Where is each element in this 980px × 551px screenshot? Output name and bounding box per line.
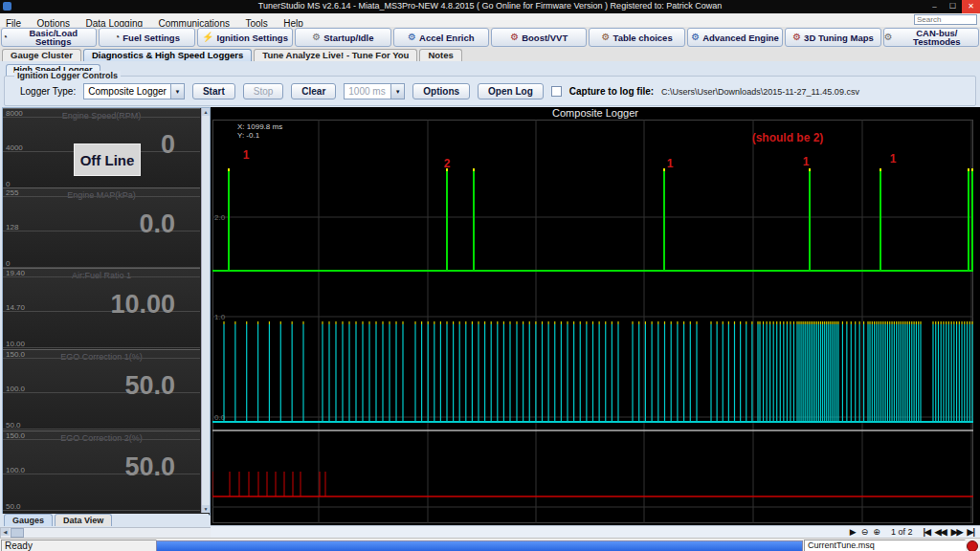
tab-gauge-cluster[interactable]: Gauge Cluster [2,49,81,61]
scrollbar-thumb[interactable] [11,528,24,538]
chevron-down-icon: ▼ [390,84,404,99]
logger-type-select[interactable]: Composite Logger ▼ [83,83,185,99]
gauge-value: 50.0 [124,371,175,401]
scroll-up-icon[interactable]: ▲ [202,108,210,116]
main-tabs: Gauge Cluster Diagnostics & High Speed L… [0,48,980,61]
svg-text:2: 2 [444,157,451,170]
tab-data-view[interactable]: Data View [55,514,112,526]
status-bar: Ready CurrentTune.msq [0,538,980,551]
page-indicator: 1 of 2 [891,527,913,537]
chart-plot-area[interactable]: 2.01.00.0121(should be 2)11X: 1099.8 msY… [212,120,973,523]
logger-controls-area: High Speed Logger Ignition Logger Contro… [0,61,980,107]
svg-text:1.0: 1.0 [214,313,226,321]
wrench-icon: ⚙ [792,33,801,42]
play-icon[interactable]: ▶ [850,527,857,537]
scroll-down-icon[interactable]: ▼ [202,505,210,513]
gauge-value: 0.0 [139,209,175,239]
stop-button: Stop [243,83,284,99]
maximize-button[interactable]: ☐ [944,0,962,13]
tab-diagnostics-high-speed-loggers[interactable]: Diagnostics & High Speed Loggers [83,49,252,61]
toolbar-button-accel-enrich[interactable]: ⚙ Accel Enrich [393,28,489,47]
tab-notes[interactable]: Notes [419,49,461,61]
tab-tune-analyze-live[interactable]: Tune Analyze Live! - Tune For You [254,49,417,61]
last-page-icon[interactable]: ▶| [968,527,974,537]
next-page-icon[interactable]: ▶▶ [951,527,963,537]
offline-badge: Off Line [74,143,141,176]
logger-type-label: Logger Type: [20,86,76,97]
toolbar-button-ignition-settings[interactable]: ⚡ Ignition Settings [197,28,293,47]
tab-gauges[interactable]: Gauges [4,514,53,526]
gauge-engine-speed: Engine Speed(RPM) 8000 4000 0 0 Off Line [3,108,200,188]
fuel-gauge-icon: ◔ [114,33,120,42]
capture-to-log-checkbox[interactable] [551,86,562,97]
svg-text:2.0: 2.0 [214,213,226,222]
spark-icon: ⚡ [202,33,213,42]
toolbar-button-basic-load-settings[interactable]: ◔ Basic/Load Settings [1,28,97,47]
options-button[interactable]: Options [412,83,470,99]
scroll-left-icon[interactable]: ◀ [1,528,10,536]
toolbar-button-boost-vvt[interactable]: ⚙ Boost/VVT [491,28,587,47]
toolbar-button-fuel-settings[interactable]: ◔ Fuel Settings [99,28,194,47]
zoom-out-icon[interactable]: ⊖ [861,527,869,537]
main-toolbar: ◔ Basic/Load Settings ◔ Fuel Settings ⚡ … [0,27,980,48]
chart-toolbar: ▶ ⊖ ⊕ 1 of 2 |◀ ◀◀ ▶▶ ▶| [211,525,980,538]
gauge-ego-correction-2: EGO Correction 2(%) 150.0 100.0 50.0 50.… [3,430,200,514]
current-tune-file: CurrentTune.msq [804,540,966,551]
toolbar-button-can-bus-testmodes[interactable]: ⚙ CAN-bus/ Testmodes [883,28,979,47]
toolbar-button-startup-idle[interactable]: ⚙ Startup/Idle [295,28,390,47]
svg-text:X: 1099.8 ms: X: 1099.8 ms [237,122,282,131]
prev-page-icon[interactable]: ◀◀ [935,527,947,537]
gauge-cluster-icon: ◔ [2,33,8,42]
pump-icon: ⚙ [408,33,416,42]
gauge-value: 10.00 [110,290,175,320]
toolbar-button-table-choices[interactable]: ⚙ Table choices [589,28,684,47]
zoom-in-icon[interactable]: ⊕ [873,527,880,537]
window-title: TunerStudio MS v2.6.14 - Miata_MS3Pro-NE… [0,1,980,11]
wrench-icon: ⚙ [312,33,321,42]
menu-bar: File Options Data Logging Communications… [0,13,980,28]
gauges-panel: Engine Speed(RPM) 8000 4000 0 0 Off Line… [2,107,211,516]
first-page-icon[interactable]: |◀ [923,527,929,537]
capture-file-path: C:\Users\User\Downloads\2015-11-27_11.45… [661,87,859,97]
toolbar-button-3d-tuning-maps[interactable]: ⚙ 3D Tuning Maps [785,28,880,47]
gauge-value: 50.0 [124,452,175,482]
wrench-icon: ⚙ [602,33,611,42]
ignition-logger-controls-group: Ignition Logger Controls Logger Type: Co… [4,76,976,106]
progress-bar [156,540,803,551]
toolbar-button-advanced-engine[interactable]: ⚙ Advanced Engine [687,28,783,47]
clear-button[interactable]: Clear [291,83,336,99]
close-button[interactable]: ✕ [962,0,980,13]
composite-logger-chart[interactable]: Composite Logger 2.01.00.0121(should be … [211,107,980,525]
gauge-afr-1: Air:Fuel Ratio 1 19.40 14.70 10.00 10.00 [3,268,200,350]
connection-status-icon [967,540,978,551]
gauges-bottom-tabs: Gauges Data View [2,514,209,526]
gauge-engine-map: Engine MAP(kPa) 255 128 0 0.0 [3,187,200,269]
svg-text:1: 1 [803,155,810,168]
status-text: Ready [1,540,157,551]
wrench-icon: ⚙ [884,33,893,42]
tunerstudio-window: TunerStudio MS v2.6.14 - Miata_MS3Pro-NE… [0,0,980,551]
title-bar: TunerStudio MS v2.6.14 - Miata_MS3Pro-NE… [0,0,980,13]
gauge-ego-correction-1: EGO Correction 1(%) 150.0 100.0 50.0 50.… [3,349,200,431]
interval-select: 1000 ms ▼ [344,83,405,99]
svg-text:1: 1 [667,157,674,170]
gauges-vertical-scrollbar[interactable]: ▲ ▼ [201,108,210,513]
gauge-value: 0 [161,130,175,160]
svg-text:1: 1 [890,152,897,165]
search-input[interactable] [914,14,977,25]
group-title: Ignition Logger Controls [14,71,121,80]
engine-icon: ⚙ [691,33,700,42]
svg-text:Y: -0.1: Y: -0.1 [237,131,260,140]
wrench-icon: ⚙ [510,33,519,42]
chevron-down-icon: ▼ [170,84,184,99]
svg-text:1: 1 [243,148,250,162]
minimize-button[interactable]: – [925,0,944,13]
svg-text:(should be 2): (should be 2) [752,131,824,144]
open-log-button[interactable]: Open Log [478,83,544,99]
chart-title: Composite Logger [211,107,980,119]
capture-label: Capture to log file: [569,86,654,97]
start-button[interactable]: Start [192,83,235,99]
